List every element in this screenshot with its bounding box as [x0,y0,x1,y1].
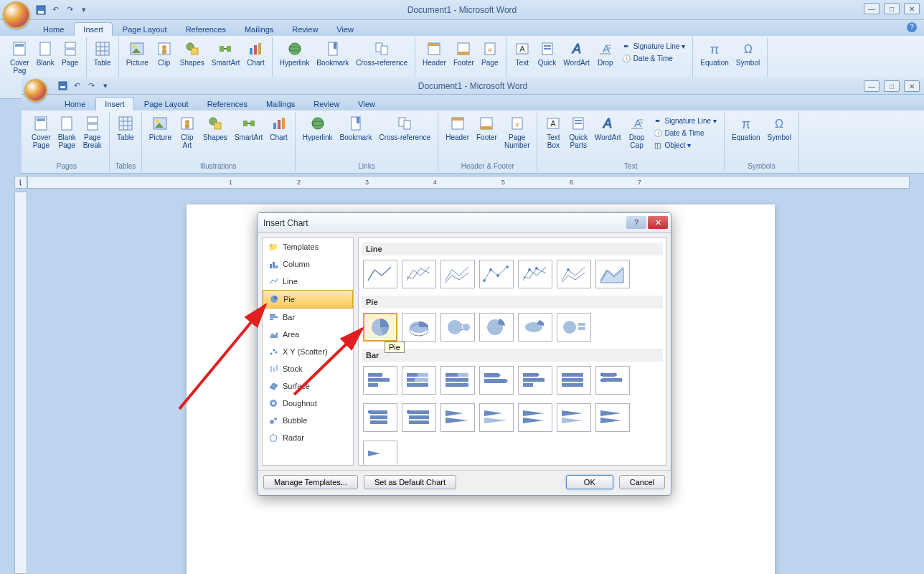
bar-chart-thumb-15[interactable] [363,441,397,466]
tab-references-inner[interactable]: References [199,98,256,110]
minimize-inner[interactable]: — [864,80,880,92]
quick-parts-btn-inner[interactable]: QuickParts [566,113,590,161]
category-pie[interactable]: Pie [263,290,353,309]
horizontal-ruler[interactable]: 1 2 3 4 5 6 7 [27,176,910,189]
cross-ref-btn-inner[interactable]: Cross-reference [376,113,433,161]
equation-btn-inner[interactable]: πEquation [729,113,763,161]
pie-chart-thumb-1[interactable]: Pie [363,313,397,342]
bar-chart-thumb-7[interactable] [595,366,630,395]
bar-chart-thumb-11[interactable] [479,403,514,432]
datetime-btn-inner[interactable]: 🕔Date & Time [651,127,719,138]
category-column[interactable]: Column [263,255,353,273]
help-icon[interactable]: ? [907,22,917,32]
save-icon[interactable] [34,4,47,17]
date-time-button[interactable]: 🕔Date & Time [620,52,687,64]
office-button[interactable] [3,1,30,29]
tab-view-inner[interactable]: View [349,98,384,110]
clip-art-btn-inner[interactable]: ClipArt [176,113,199,161]
tab-view[interactable]: View [328,23,362,36]
smartart-btn-inner[interactable]: SmartArt [232,113,265,161]
symbol-btn-inner[interactable]: ΩSymbol [765,113,794,161]
bar-chart-thumb-2[interactable] [402,366,436,395]
drop-cap-btn-inner[interactable]: ADropCap [626,113,649,161]
tab-review-inner[interactable]: Review [305,98,348,110]
header-btn-inner[interactable]: Header [443,113,472,161]
category-radar[interactable]: Radar [263,429,353,446]
pie-chart-thumb-4[interactable] [479,313,514,342]
ruler-corner[interactable]: ⌊ [14,176,27,189]
table-btn-inner[interactable]: Table [114,113,137,161]
bar-chart-thumb-1[interactable] [363,366,397,395]
bar-chart-thumb-12[interactable] [518,403,552,432]
tab-insert-inner[interactable]: Insert [95,97,134,110]
bar-chart-thumb-9[interactable] [402,403,436,432]
close-inner[interactable]: ✕ [904,80,920,92]
footer-btn-inner[interactable]: Footer [473,113,500,161]
bar-chart-thumb-14[interactable] [595,403,630,432]
tab-home-inner[interactable]: Home [56,98,94,110]
save-icon-inner[interactable] [56,80,69,93]
line-chart-thumb-5[interactable] [518,260,552,288]
maximize-button[interactable]: □ [884,3,900,14]
cancel-button[interactable]: Cancel [619,475,665,489]
object-btn-inner[interactable]: ◫Object ▾ [651,139,719,151]
category-templates[interactable]: 📁Templates [263,238,353,255]
tab-insert[interactable]: Insert [74,22,113,36]
tab-mailings[interactable]: Mailings [236,23,282,36]
qat-dropdown-icon[interactable]: ▾ [77,4,90,17]
tab-page-layout-inner[interactable]: Page Layout [136,98,197,110]
tab-home[interactable]: Home [34,23,72,36]
cover-page-btn-inner[interactable]: CoverPage [29,113,54,161]
category-stock[interactable]: Stock [263,360,353,377]
category-xy-scatter[interactable]: X Y (Scatter) [263,343,353,360]
blank-page-btn-inner[interactable]: BlankPage [55,113,79,161]
chart-btn-inner[interactable]: Chart [267,113,290,161]
picture-btn-inner[interactable]: Picture [146,113,174,161]
tab-page-layout[interactable]: Page Layout [114,23,176,36]
chart-gallery[interactable]: Line Pie Pie [358,237,666,466]
tab-references[interactable]: References [177,23,235,36]
bar-chart-thumb-10[interactable] [440,403,475,432]
office-button-inner[interactable] [24,79,47,102]
pie-chart-thumb-3[interactable] [440,313,475,342]
signature-line-button[interactable]: ✒Signature Line ▾ [620,40,687,52]
close-button[interactable]: ✕ [904,3,920,14]
undo-icon[interactable]: ↶ [49,4,62,17]
category-area[interactable]: Area [263,326,353,343]
bar-chart-thumb-5[interactable] [518,366,552,395]
shapes-btn-inner[interactable]: Shapes [200,113,230,161]
bar-chart-thumb-3[interactable] [440,366,475,395]
pie-chart-thumb-2[interactable] [402,313,436,342]
text-box-btn-inner[interactable]: ATextBox [542,113,565,161]
pie-chart-thumb-5[interactable] [518,313,552,342]
bar-chart-thumb-4[interactable] [479,366,514,395]
line-chart-thumb-1[interactable] [363,260,397,288]
wordart-btn-inner[interactable]: AWordArt [592,113,624,161]
vertical-ruler[interactable] [14,192,27,574]
redo-icon[interactable]: ↷ [63,4,76,17]
tab-review[interactable]: Review [283,23,326,36]
line-chart-thumb-2[interactable] [402,260,436,288]
bar-chart-thumb-8[interactable] [363,403,397,432]
tab-mailings-inner[interactable]: Mailings [258,98,303,110]
bookmark-btn-inner[interactable]: Bookmark [336,113,374,161]
line-chart-thumb-7[interactable] [595,260,630,288]
set-default-chart-button[interactable]: Set as Default Chart [364,475,456,489]
hyperlink-btn-inner[interactable]: Hyperlink [300,113,336,161]
category-surface[interactable]: Surface [263,377,353,395]
qat-dropdown-inner[interactable]: ▾ [99,80,112,93]
line-chart-thumb-3[interactable] [440,260,475,288]
undo-icon-inner[interactable]: ↶ [70,80,83,93]
ok-button[interactable]: OK [566,475,613,489]
bar-chart-thumb-13[interactable] [557,403,591,432]
page-number-btn-inner[interactable]: #PageNumber [501,113,533,161]
bar-chart-thumb-6[interactable] [557,366,591,395]
signature-btn-inner[interactable]: ✒Signature Line ▾ [651,115,719,126]
page-break-btn-inner[interactable]: PageBreak [80,113,105,161]
pie-chart-thumb-6[interactable] [557,313,591,342]
minimize-button[interactable]: — [864,3,880,14]
dialog-help-button[interactable]: ? [626,216,646,229]
category-doughnut[interactable]: Doughnut [263,395,353,412]
dialog-titlebar[interactable]: Insert Chart ? ✕ [258,213,671,233]
category-bar[interactable]: Bar [263,309,353,326]
